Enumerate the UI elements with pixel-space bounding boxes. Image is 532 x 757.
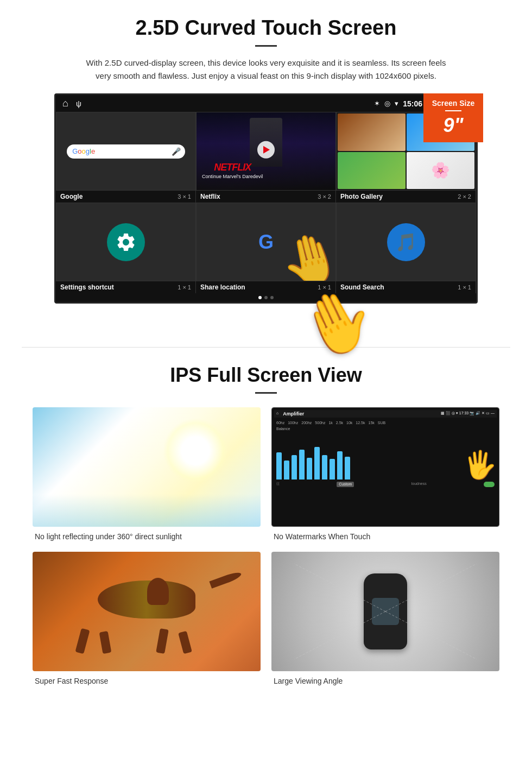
play-triangle <box>263 146 270 153</box>
amplifier-caption: No Watermarks When Touch <box>271 532 499 541</box>
cheetah-leg3 <box>156 628 169 654</box>
feature-amplifier: ⌂ Amplifier ▦ ⬛ ◎ ▾ 17:33 📷 🔊 ✕ ▭ — 60hz… <box>271 407 499 541</box>
cheetah-body <box>98 581 195 619</box>
app-label-row2: Settings shortcut 1 × 1 Share location 1… <box>56 281 476 293</box>
usb-icon: ψ <box>76 99 81 108</box>
sunlight-caption: No light reflecting under 360° direct su… <box>33 532 261 541</box>
google-search-bar[interactable]: Google 🎤 <box>67 144 185 159</box>
music-note-icon: 🎵 <box>395 232 417 253</box>
bluetooth-icon: ✶ <box>374 99 380 108</box>
feature-cheetah: Super Fast Response <box>33 552 261 685</box>
hand-pointer-wrapper: 🤚 <box>300 288 374 358</box>
sunlight-image <box>33 407 261 527</box>
car-caption: Large Viewing Angle <box>271 677 499 685</box>
status-time: 15:06 <box>403 99 422 108</box>
amplifier-image: ⌂ Amplifier ▦ ⬛ ◎ ▾ 17:33 📷 🔊 ✕ ▭ — 60hz… <box>271 407 499 527</box>
section2-title: IPS Full Screen View <box>22 364 510 387</box>
gear-icon <box>115 231 137 253</box>
cheetah-leg2 <box>99 631 112 654</box>
netflix-subtitle: Continue Marvel's Daredevil <box>202 174 263 179</box>
settings-icon-circle <box>107 223 145 261</box>
app-grid-row1: Google 🎤 NETFLIX Cont <box>56 112 476 191</box>
curved-screen-section: 2.5D Curved Touch Screen With 2.5D curve… <box>0 0 532 314</box>
feature-sunlight: No light reflecting under 360° direct su… <box>33 407 261 541</box>
page-dot-3 <box>270 296 274 299</box>
netflix-app-size: 3 × 2 <box>318 193 331 200</box>
device-screen: ⌂ ψ ✶ ◎ ▾ 15:06 ⬛ 🔊 ✕ ▭ <box>54 93 478 304</box>
status-bar: ⌂ ψ ✶ ◎ ▾ 15:06 ⬛ 🔊 ✕ ▭ <box>56 95 476 112</box>
wifi-icon: ▾ <box>395 99 398 108</box>
app-grid-row2: G 🤚 🎵 <box>56 203 476 281</box>
features-grid: No light reflecting under 360° direct su… <box>22 407 510 685</box>
page-dots <box>56 293 476 302</box>
app-label-row1: Google 3 × 1 Netflix 3 × 2 Photo Gallery… <box>56 191 476 203</box>
badge-divider <box>445 110 461 111</box>
cheetah-tail <box>210 570 243 589</box>
gallery-thumb-3 <box>338 152 406 190</box>
gallery-label-cell: Photo Gallery 2 × 2 <box>336 191 476 203</box>
amp-screen: ⌂ Amplifier ▦ ⬛ ◎ ▾ 17:33 📷 🔊 ✕ ▭ — 60hz… <box>272 408 499 526</box>
google-app-cell[interactable]: Google 🎤 <box>56 112 196 191</box>
section1-title: 2.5D Curved Touch Screen <box>33 16 499 40</box>
hand-tap-icon: 🤚 <box>289 275 386 370</box>
svg-line-0 <box>294 564 385 611</box>
sound-app-size: 1 × 1 <box>458 284 471 291</box>
svg-line-3 <box>385 611 477 659</box>
viewing-angle-lines <box>271 552 499 671</box>
car-image <box>271 552 499 671</box>
cheetah-leg1 <box>75 628 90 654</box>
svg-line-1 <box>385 564 477 611</box>
cheetah-leg4 <box>178 631 192 654</box>
settings-app-cell[interactable] <box>56 203 196 281</box>
google-app-name: Google <box>60 193 83 200</box>
home-icon: ⌂ <box>62 98 68 109</box>
ips-screen-section: IPS Full Screen View No light reflecting… <box>0 348 532 696</box>
google-app-size: 3 × 1 <box>178 193 191 200</box>
flower-icon: 🌸 <box>431 161 450 179</box>
google-logo: Google <box>72 147 95 155</box>
svg-line-2 <box>294 611 385 659</box>
section1-description: With 2.5D curved-display screen, this de… <box>81 56 451 83</box>
badge-size: 9" <box>431 114 476 137</box>
play-button[interactable] <box>257 141 275 158</box>
page-dot-1 <box>258 296 262 299</box>
page-dot-2 <box>264 296 268 299</box>
location-icon: ◎ <box>384 99 390 108</box>
pointing-hand-icon: 🤚 <box>274 225 336 281</box>
amp-status-bar: ⌂ Amplifier ▦ ⬛ ◎ ▾ 17:33 📷 🔊 ✕ ▭ — <box>274 410 497 418</box>
amp-hand-icon: 🖐 <box>463 449 497 481</box>
gallery-thumb-1 <box>338 113 406 151</box>
netflix-app-cell[interactable]: NETFLIX Continue Marvel's Daredevil <box>196 112 336 191</box>
netflix-label-cell: Netflix 3 × 2 <box>196 191 336 203</box>
settings-label-cell: Settings shortcut 1 × 1 <box>56 281 196 293</box>
google-label-cell: Google 3 × 1 <box>56 191 196 203</box>
settings-app-size: 1 × 1 <box>178 284 191 291</box>
gallery-thumb-4: 🌸 <box>407 152 474 190</box>
sunburst-effect <box>163 418 228 483</box>
netflix-logo-text: NETFLIX <box>202 162 263 173</box>
maps-g-icon: G <box>258 231 274 254</box>
cheetah-head <box>147 578 169 605</box>
screen-size-badge: Screen Size 9" <box>423 93 483 142</box>
sound-icon-circle: 🎵 <box>387 223 425 261</box>
cheetah-image <box>33 552 261 671</box>
google-mic-icon[interactable]: 🎤 <box>173 147 180 156</box>
sound-search-cell[interactable]: 🎵 <box>336 203 476 281</box>
cheetah-caption: Super Fast Response <box>33 677 261 685</box>
netflix-logo-overlay: NETFLIX Continue Marvel's Daredevil <box>202 162 263 179</box>
share-app-name: Share location <box>200 283 245 291</box>
section2-underline <box>255 392 277 394</box>
badge-title: Screen Size <box>431 99 476 108</box>
gallery-app-size: 2 × 2 <box>458 193 471 200</box>
share-location-cell[interactable]: G 🤚 <box>196 203 336 281</box>
gallery-app-name: Photo Gallery <box>340 193 383 200</box>
netflix-app-name: Netflix <box>200 193 220 200</box>
feature-car: Large Viewing Angle <box>271 552 499 685</box>
device-wrapper: Screen Size 9" ⌂ ψ ✶ ◎ ▾ 15:06 ⬛ 🔊 ✕ ▭ <box>54 93 478 304</box>
settings-app-name: Settings shortcut <box>60 283 114 291</box>
title-underline <box>255 45 277 47</box>
